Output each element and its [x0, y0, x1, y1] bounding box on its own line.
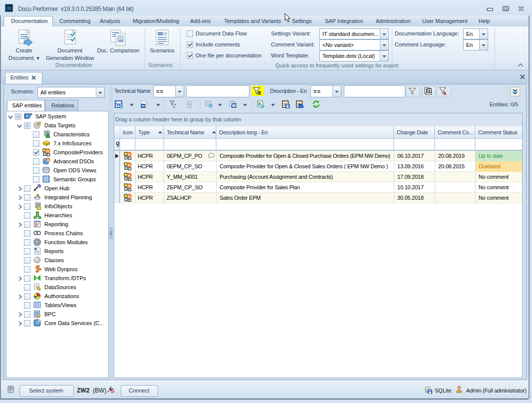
svg-text:dp: dp [6, 5, 12, 10]
svg-text:x: x [443, 89, 447, 96]
